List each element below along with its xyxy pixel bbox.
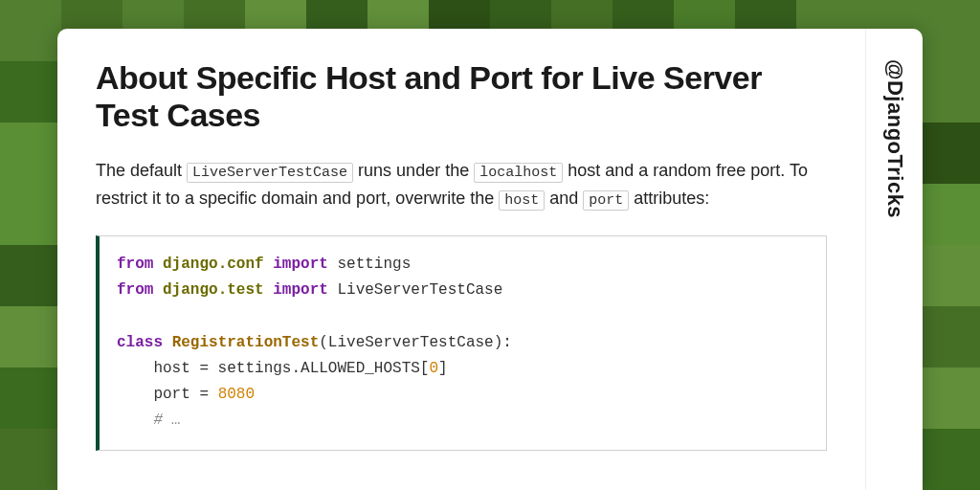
code-text: host = settings.ALLOWED_HOSTS[ [117, 360, 429, 377]
main-content: About Specific Host and Port for Live Se… [57, 29, 865, 490]
sidebar: @DjangoTricks [865, 29, 923, 490]
desc-text: runs under the [353, 161, 474, 180]
code-keyword: import [273, 256, 328, 273]
desc-text: attributes: [629, 189, 709, 208]
code-text: LiveServerTestCase [328, 281, 502, 299]
code-number: 0 [429, 360, 438, 377]
code-number: 8080 [218, 386, 255, 403]
author-handle: @DjangoTricks [882, 59, 907, 218]
desc-text: The default [96, 161, 187, 180]
code-block: from django.conf import settings from dj… [96, 235, 827, 450]
code-keyword: class [117, 334, 163, 351]
code-text: settings [328, 256, 411, 273]
inline-code: LiveServerTestCase [187, 163, 353, 183]
code-keyword: from [117, 256, 153, 273]
code-keyword: from [117, 281, 153, 299]
code-text: port = [117, 386, 218, 403]
description-paragraph: The default LiveServerTestCase runs unde… [96, 157, 827, 212]
code-module: django.test [163, 281, 264, 299]
code-text [117, 412, 153, 429]
desc-text: and [545, 189, 583, 208]
code-module: django.conf [163, 256, 264, 273]
code-classname: RegistrationTest [172, 334, 320, 351]
code-keyword: import [273, 281, 328, 299]
page-title: About Specific Host and Port for Live Se… [96, 59, 827, 134]
code-text: (LiveServerTestCase): [319, 334, 512, 351]
content-card: About Specific Host and Port for Live Se… [57, 29, 923, 490]
inline-code: host [499, 190, 545, 211]
inline-code: port [583, 190, 629, 211]
code-text: ] [438, 360, 448, 377]
inline-code: localhost [474, 163, 563, 183]
code-comment: # … [153, 412, 181, 429]
